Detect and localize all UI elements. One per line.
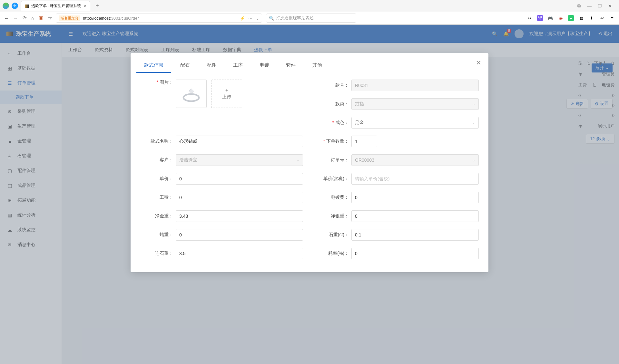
label-withstone: 连石重： <box>140 251 176 256</box>
label-pic: 图片： <box>140 80 176 85</box>
svg-point-0 <box>183 94 199 101</box>
tab-close-icon[interactable]: × <box>84 4 86 9</box>
tab-bar: ✈ 选款下单 · 珠宝生产管理系统 × + ⧉ — ☐ ✕ <box>0 0 619 12</box>
at-icon[interactable]: ◉ <box>558 15 564 21</box>
tab-title: 选款下单 · 珠宝生产管理系统 <box>31 3 81 9</box>
game-icon[interactable]: 🎮 <box>547 15 553 21</box>
label-qty: 下单数量： <box>316 139 351 144</box>
label-netsilver: 净银重： <box>316 213 351 219</box>
browser-chrome: ✈ 选款下单 · 珠宝生产管理系统 × + ⧉ — ☐ ✕ ← → ⟳ ⌂ ▣ … <box>0 0 619 25</box>
upload-label: 上传 <box>222 94 231 100</box>
bolt-icon[interactable]: ⚡ <box>240 16 245 21</box>
url-box[interactable]: 域名重定向 http://localhost:3001/cusOrder ⚡ ⋯… <box>56 14 262 23</box>
grid-icon[interactable]: ▦ <box>578 15 584 21</box>
modal-tab[interactable]: 电镀 <box>252 58 277 73</box>
browser-tab[interactable]: 选款下单 · 珠宝生产管理系统 × <box>21 1 90 11</box>
label-name: 款式名称： <box>140 139 176 144</box>
extension-icons: ✂ 译 🎮 ◉ ▸ ▦ ⬇ ↩ ≡ <box>527 15 615 21</box>
reload-icon[interactable]: ⟳ <box>23 15 27 21</box>
input-qty[interactable] <box>351 136 377 147</box>
more-icon[interactable]: ⋯ <box>248 16 252 21</box>
input-netgold[interactable] <box>176 210 303 222</box>
browser-logo-icon <box>3 3 9 9</box>
select-type: 戒指⌄ <box>351 98 479 110</box>
menu-icon[interactable]: ≡ <box>609 15 615 21</box>
search-box[interactable]: 🔍 打虎通报现罕见表述 <box>266 14 356 23</box>
label-fee: 工费： <box>140 195 176 200</box>
modal-tab[interactable]: 配件 <box>199 58 224 73</box>
label-plate: 电镀费： <box>316 195 351 200</box>
modal-tab[interactable]: 其他 <box>305 58 330 73</box>
forward-icon[interactable]: → <box>13 15 18 21</box>
label-cust: 客户： <box>140 157 176 163</box>
select-orderno: OR00003⌄ <box>351 154 479 166</box>
label-stone: 石重(ct)： <box>316 232 351 238</box>
redirect-badge: 域名重定向 <box>59 15 80 21</box>
label-loss: 耗率(%)： <box>316 251 351 256</box>
url-text: http://localhost:3001/cusOrder <box>83 16 139 21</box>
input-fee[interactable] <box>176 192 303 203</box>
product-thumb[interactable] <box>176 80 207 108</box>
new-tab-button[interactable]: + <box>93 3 102 9</box>
back-icon[interactable]: ← <box>4 15 9 21</box>
label-netgold: 净金重： <box>140 213 176 219</box>
label-orderno: 订单号： <box>316 157 351 163</box>
input-name[interactable] <box>176 136 303 147</box>
history-icon[interactable]: ↩ <box>599 15 605 21</box>
label-type: 款类： <box>316 101 351 107</box>
star-icon[interactable]: ☆ <box>48 15 52 21</box>
modal-body: 图片： + 上传 款号： 款类： <box>131 73 488 266</box>
chevron-down-icon: ⌄ <box>296 158 300 162</box>
label-color: 成色： <box>316 120 351 126</box>
briefcase-icon[interactable]: ▣ <box>39 15 43 21</box>
translate-icon[interactable]: 译 <box>537 15 543 21</box>
input-netsilver[interactable] <box>351 210 479 222</box>
address-bar: ← → ⟳ ⌂ ▣ ☆ 域名重定向 http://localhost:3001/… <box>0 12 619 24</box>
input-wax[interactable] <box>176 229 303 241</box>
minimize-icon[interactable]: — <box>587 3 592 9</box>
maximize-icon[interactable]: ☐ <box>597 3 602 9</box>
plus-icon: + <box>225 88 228 93</box>
window-controls: ⧉ — ☐ ✕ <box>576 3 616 9</box>
chevron-down-icon: ⌄ <box>472 120 475 125</box>
ring-icon <box>178 83 204 104</box>
input-price[interactable] <box>176 173 303 185</box>
home-icon[interactable]: ⌂ <box>31 15 34 21</box>
chevron-down-icon: ⌄ <box>472 158 475 162</box>
modal-close-icon[interactable]: ✕ <box>476 59 481 67</box>
modal-tab[interactable]: 款式信息 <box>136 58 171 73</box>
input-code <box>351 80 479 91</box>
square-icon[interactable]: ▸ <box>568 15 574 21</box>
modal-tab[interactable]: 配石 <box>172 58 198 73</box>
label-code: 款号： <box>316 82 351 88</box>
chevron-down-icon[interactable]: ⌄ <box>256 16 259 21</box>
modal-tab[interactable]: 套件 <box>278 58 303 73</box>
upload-button[interactable]: + 上传 <box>211 80 242 108</box>
select-color[interactable]: 足金⌄ <box>351 117 479 129</box>
modal-tab[interactable]: 工序 <box>225 58 251 73</box>
label-pricetax: 单价(含税)： <box>316 176 351 182</box>
input-plate[interactable] <box>351 192 479 203</box>
download-icon[interactable]: ⬇ <box>589 15 594 21</box>
select-cust: 浩浩珠宝⌄ <box>176 154 303 166</box>
cut-icon[interactable]: ✂ <box>527 15 533 21</box>
label-wax: 蜡重： <box>140 232 176 238</box>
input-pricetax[interactable] <box>351 173 479 185</box>
label-price: 单价： <box>140 176 176 182</box>
chevron-down-icon: ⌄ <box>472 102 475 106</box>
modal-tabs: 款式信息配石配件工序电镀套件其他 <box>131 58 488 73</box>
input-loss[interactable] <box>351 248 479 259</box>
search-placeholder: 打虎通报现罕见表述 <box>276 15 314 21</box>
restore-icon[interactable]: ⧉ <box>576 3 582 9</box>
close-window-icon[interactable]: ✕ <box>607 3 613 9</box>
modal-dialog: ✕ 款式信息配石配件工序电镀套件其他 图片： + 上传 款号： <box>131 53 488 272</box>
tab-favicon-icon <box>25 5 29 8</box>
input-stone[interactable] <box>351 229 479 241</box>
input-withstone[interactable] <box>176 248 303 259</box>
search-icon: 🔍 <box>269 16 274 21</box>
assistant-icon[interactable]: ✈ <box>12 3 18 9</box>
